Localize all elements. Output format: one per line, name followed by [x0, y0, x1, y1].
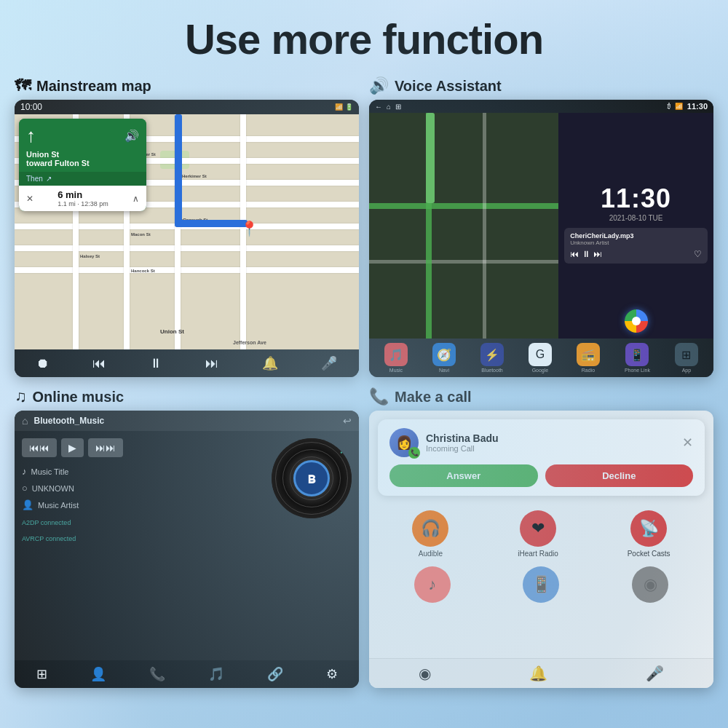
music-prev-btn[interactable]: ⏮⏮ — [22, 438, 57, 457]
call-app-extra-2-icon: 📱 — [523, 566, 559, 603]
map-screen-inner: 10:00 📶 🔋 — [15, 100, 359, 377]
voice-app-navi[interactable]: 🧭 Navi — [432, 343, 456, 373]
voice-clock-portion: 11:30 2021-08-10 TUE CheriCheriLady.mp3 … — [558, 113, 713, 339]
music-meta-title: ♪ Music Title — [22, 466, 263, 477]
map-icon: 🗺 — [15, 76, 31, 95]
call-decline-btn[interactable]: Decline — [545, 464, 694, 487]
music-bottom-link[interactable]: 🔗 — [267, 666, 283, 682]
voice-road-h2 — [369, 260, 558, 264]
voice-app-bluetooth-icon: ⚡ — [480, 343, 504, 366]
music-top-bar: ⌂ Bluetooth_Music ↩ — [15, 411, 359, 431]
voice-app-navi-label: Navi — [439, 368, 449, 373]
call-app-pocketcasts[interactable]: 📡 Pocket Casts — [628, 510, 670, 558]
call-icon: 📞 — [369, 387, 389, 406]
call-bottom-home[interactable]: ◉ — [419, 665, 431, 682]
music-bottom-note[interactable]: 🎵 — [208, 666, 224, 682]
music-bottom-grid[interactable]: ⊞ — [36, 666, 47, 682]
call-bottom-bell[interactable]: 🔔 — [529, 665, 547, 682]
nav-close[interactable]: ✕ — [26, 194, 33, 204]
voice-app-phonelink-label: Phone Link — [625, 368, 650, 373]
voice-app-google[interactable]: G Google — [529, 343, 552, 373]
voice-app-google-label: Google — [532, 368, 549, 373]
music-bottom-bar: ⊞ 👤 📞 🎵 🔗 ⚙ — [15, 660, 359, 688]
voice-top-bar: ← ⌂ ⊞ ₿ 📶 11:30 — [369, 100, 713, 113]
map-screen: 10:00 📶 🔋 — [15, 100, 359, 377]
voice-music-prev[interactable]: ⏮ — [570, 249, 579, 259]
panel-voice-label-text: Voice Assistant — [395, 78, 502, 95]
map-bottom-next[interactable]: ⏭ — [205, 356, 218, 371]
voice-icon: 🔊 — [369, 76, 389, 95]
nav-expand[interactable]: ∧ — [132, 194, 139, 204]
map-body: Atlantic Ave Herkimer St Herkimer St Mac… — [15, 114, 359, 349]
caller-info: Christina Badu Incoming Call — [426, 432, 675, 453]
nav-eta-row: ✕ 6 min 1.1 mi · 12:38 pm ∧ — [19, 186, 146, 211]
call-card: 👩 📞 Christina Badu Incoming Call ✕ Answe… — [378, 419, 705, 496]
music-bottom-phone[interactable]: 📞 — [149, 666, 165, 682]
music-play-btn[interactable]: ▶ — [61, 438, 84, 457]
map-bottom-home[interactable]: ⏺ — [36, 356, 50, 371]
music-meta-artist-text: Music Artist — [38, 501, 79, 510]
call-app-iheart-label: iHeart Radio — [518, 550, 558, 558]
call-app-audible[interactable]: 🎧 Audible — [412, 510, 448, 558]
panel-map-label-text: Mainstream map — [36, 78, 151, 95]
voice-map-bg — [369, 113, 558, 339]
voice-app-radio[interactable]: 📻 Radio — [577, 343, 600, 373]
music-bottom-person[interactable]: 👤 — [90, 666, 106, 682]
panel-voice: 🔊 Voice Assistant ← ⌂ ⊞ ₿ 📶 — [369, 76, 713, 377]
caller-name: Christina Badu — [426, 432, 675, 444]
voice-apps-icon[interactable]: ⊞ — [395, 103, 401, 111]
call-screen-inner: 👩 📞 Christina Badu Incoming Call ✕ Answe… — [369, 411, 713, 688]
panel-voice-label: 🔊 Voice Assistant — [369, 76, 713, 95]
google-assistant-orb[interactable] — [625, 309, 648, 333]
map-bottom-pause[interactable]: ⏸ — [149, 356, 162, 371]
voice-home-icon[interactable]: ⌂ — [387, 103, 391, 111]
voice-road-h1 — [369, 203, 558, 209]
panel-music-label: ♫ Online music — [15, 387, 359, 406]
voice-body: 11:30 2021-08-10 TUE CheriCheriLady.mp3 … — [369, 113, 713, 339]
map-bottom-prev[interactable]: ⏮ — [92, 356, 106, 371]
voice-app-apps[interactable]: ⊞ App — [675, 343, 698, 373]
panel-call: 📞 Make a call 👩 📞 Christina Badu — [369, 387, 713, 688]
call-app-iheart-icon: ❤ — [520, 510, 556, 547]
call-apps-section: 🎧 Audible ❤ iHeart Radio 📡 Pocket Casts — [369, 505, 713, 658]
voice-app-phonelink[interactable]: 📱 Phone Link — [625, 343, 650, 373]
music-meta-title-text: Music Title — [31, 467, 69, 476]
music-back-btn[interactable]: ↩ — [343, 415, 352, 427]
voice-music-artist: Unknown Artist — [570, 240, 702, 246]
blue-route-h — [175, 220, 248, 227]
music-home-btn[interactable]: ⌂ — [22, 415, 28, 427]
call-status: Incoming Call — [426, 444, 675, 453]
voice-app-music[interactable]: 🎵 Music — [384, 343, 408, 373]
map-pin: 📍 — [240, 220, 258, 237]
call-app-iheart[interactable]: ❤ iHeart Radio — [518, 510, 558, 558]
voice-music-next[interactable]: ⏭ — [593, 249, 602, 259]
panels-grid: 🗺 Mainstream map 10:00 📶 🔋 — [15, 76, 713, 688]
map-bottom-mic[interactable]: 🎤 — [321, 355, 337, 371]
music-controls-row: ⏮⏮ ▶ ⏭⏭ — [22, 438, 263, 457]
call-apps-row: 🎧 Audible ❤ iHeart Radio 📡 Pocket Casts — [378, 510, 705, 558]
music-next-btn[interactable]: ⏭⏭ — [88, 438, 123, 457]
map-bottom-bell[interactable]: 🔔 — [262, 355, 278, 371]
call-app-extra-2[interactable]: 📱 — [523, 566, 559, 603]
main-container: Use more function 🗺 Mainstream map 10:00… — [0, 0, 728, 728]
call-app-extra-3[interactable]: ◉ — [632, 566, 668, 603]
call-app-extra-1[interactable]: ♪ — [414, 566, 451, 603]
nav-eta: 6 min 1.1 mi · 12:38 pm — [58, 189, 108, 207]
street-label-7: Halsey St — [80, 254, 100, 258]
music-a2dp-text: A2DP connected — [22, 519, 263, 526]
music-person-icon: 👤 — [22, 499, 33, 510]
music-circle-icon: ○ — [22, 483, 28, 494]
voice-app-bluetooth[interactable]: ⚡ Bluetooth — [480, 343, 504, 373]
music-bottom-gear[interactable]: ⚙ — [326, 666, 338, 682]
voice-music-heart[interactable]: ♡ — [694, 249, 702, 259]
bt-icon-top: ₿ — [668, 103, 670, 110]
voice-back-icon[interactable]: ← — [375, 103, 382, 111]
call-close-btn[interactable]: ✕ — [682, 435, 693, 451]
google-orb-inner — [632, 317, 641, 325]
call-bottom-mic[interactable]: 🎤 — [646, 665, 664, 682]
voice-top-icons: ← ⌂ ⊞ — [375, 103, 401, 111]
nav-street: Union St — [26, 150, 139, 159]
call-answer-btn[interactable]: Answer — [389, 464, 538, 487]
nav-arrow: ↑ — [26, 124, 36, 147]
voice-music-pause[interactable]: ⏸ — [582, 249, 590, 259]
